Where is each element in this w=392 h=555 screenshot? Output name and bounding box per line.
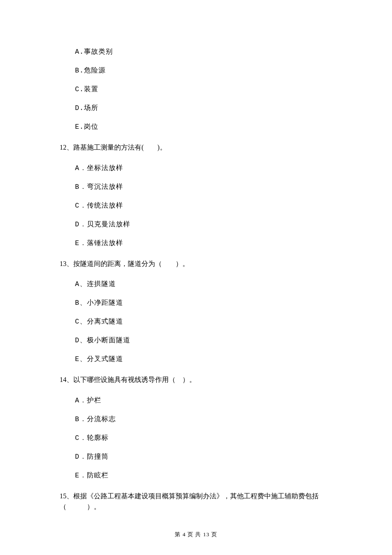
q11-option-d: D.场所 [75, 104, 332, 112]
q13-option-c: C、分离式隧道 [75, 318, 332, 325]
q14-stem: 14、以下哪些设施具有视线诱导作用（ ）。 [60, 374, 332, 385]
option-text: D、极小断面隧道 [75, 337, 130, 344]
q12-option-d: D．贝克曼法放样 [75, 221, 332, 228]
option-text: E、分叉式隧道 [75, 356, 123, 363]
q13-stem: 13、按隧道间的距离，隧道分为（ ）。 [60, 258, 332, 269]
q13-option-e: E、分叉式隧道 [75, 356, 332, 363]
option-text: C．传统法放样 [75, 202, 123, 210]
option-text: C.装置 [75, 86, 98, 93]
option-text: B.危险源 [75, 67, 106, 75]
q13-option-d: D、极小断面隧道 [75, 337, 332, 344]
option-text: C．轮廓标 [75, 434, 109, 442]
option-text: E．落锤法放样 [75, 240, 123, 247]
q12-option-a: A．坐标法放样 [75, 165, 332, 172]
q15-stem: 15、根据《公路工程基本建设项目概算预算编制办法》，其他工程费中施工辅助费包括（… [60, 491, 332, 512]
option-text: C、分离式隧道 [75, 318, 123, 326]
q12-option-b: B．弯沉法放样 [75, 183, 332, 191]
q13-option-b: B、小净距隧道 [75, 299, 332, 306]
q12-stem: 12、路基施工测量的方法有( )。 [60, 142, 332, 153]
option-text: D．贝克曼法放样 [75, 221, 130, 228]
q13-option-a: A、连拱隧道 [75, 280, 332, 288]
document-page: A.事故类别 B.危险源 C.装置 D.场所 E.岗位 12、路基施工测量的方法… [0, 0, 392, 555]
option-text: B．弯沉法放样 [75, 183, 123, 191]
option-text: B、小净距隧道 [75, 299, 123, 307]
q14-option-a: A．护栏 [75, 397, 332, 404]
q12-option-e: E．落锤法放样 [75, 240, 332, 247]
option-text: D.场所 [75, 104, 98, 112]
option-text: A．坐标法放样 [75, 165, 123, 172]
option-text: A．护栏 [75, 397, 101, 405]
q11-option-b: B.危险源 [75, 67, 332, 74]
option-text: E.岗位 [75, 123, 98, 131]
q12-option-c: C．传统法放样 [75, 202, 332, 209]
q14-option-c: C．轮廓标 [75, 434, 332, 442]
option-text: A、连拱隧道 [75, 280, 116, 288]
q14-option-b: B．分流标志 [75, 416, 332, 423]
q14-option-e: E．防眩栏 [75, 472, 332, 479]
q11-option-c: C.装置 [75, 86, 332, 93]
option-text: A.事故类别 [75, 48, 113, 56]
option-text: E．防眩栏 [75, 472, 109, 480]
page-footer: 第 4 页 共 13 页 [0, 532, 392, 537]
q11-option-a: A.事故类别 [75, 48, 332, 55]
option-text: D．防撞筒 [75, 453, 109, 461]
option-text: B．分流标志 [75, 416, 116, 423]
q14-option-d: D．防撞筒 [75, 453, 332, 460]
q11-option-e: E.岗位 [75, 123, 332, 130]
